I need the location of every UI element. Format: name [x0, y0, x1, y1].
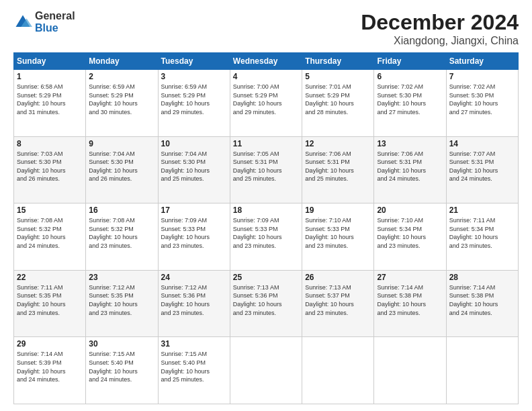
day-info: Sunrise: 7:12 AM Sunset: 5:35 PM Dayligh… [89, 283, 154, 317]
day-number: 14 [449, 139, 515, 148]
calendar-week-3: 15Sunrise: 7:08 AM Sunset: 5:32 PM Dayli… [14, 203, 519, 271]
day-number: 3 [161, 72, 227, 81]
day-info: Sunrise: 7:04 AM Sunset: 5:30 PM Dayligh… [161, 150, 227, 183]
logo-general-text: General [35, 10, 75, 22]
day-number: 20 [377, 205, 443, 215]
day-info: Sunrise: 7:06 AM Sunset: 5:31 PM Dayligh… [305, 150, 371, 183]
table-row: 30Sunrise: 7:15 AM Sunset: 5:40 PM Dayli… [86, 337, 158, 404]
table-row: 8Sunrise: 7:03 AM Sunset: 5:30 PM Daylig… [14, 136, 86, 203]
day-info: Sunrise: 7:10 AM Sunset: 5:33 PM Dayligh… [305, 216, 371, 250]
day-number: 1 [17, 72, 83, 81]
day-number: 23 [89, 273, 154, 282]
col-sunday: Sunday [14, 53, 86, 70]
table-row: 4Sunrise: 7:00 AM Sunset: 5:29 PM Daylig… [230, 70, 302, 137]
day-info: Sunrise: 7:15 AM Sunset: 5:40 PM Dayligh… [161, 350, 227, 383]
col-friday: Friday [374, 53, 446, 70]
logo-text: General Blue [35, 10, 75, 34]
header-row: Sunday Monday Tuesday Wednesday Thursday… [14, 53, 519, 70]
day-number: 7 [449, 72, 515, 81]
day-info: Sunrise: 7:02 AM Sunset: 5:30 PM Dayligh… [449, 83, 515, 116]
day-info: Sunrise: 7:11 AM Sunset: 5:34 PM Dayligh… [449, 216, 515, 250]
table-row: 29Sunrise: 7:14 AM Sunset: 5:39 PM Dayli… [14, 337, 86, 404]
location: Xiangdong, Jiangxi, China [361, 35, 519, 47]
day-info: Sunrise: 7:08 AM Sunset: 5:32 PM Dayligh… [17, 216, 83, 250]
day-info: Sunrise: 7:10 AM Sunset: 5:34 PM Dayligh… [377, 216, 443, 250]
table-row: 6Sunrise: 7:02 AM Sunset: 5:30 PM Daylig… [374, 70, 446, 137]
col-wednesday: Wednesday [230, 53, 302, 70]
day-info: Sunrise: 7:06 AM Sunset: 5:31 PM Dayligh… [377, 150, 443, 183]
day-number: 28 [449, 273, 515, 282]
day-info: Sunrise: 7:04 AM Sunset: 5:30 PM Dayligh… [89, 150, 154, 183]
page: General Blue December 2024 Xiangdong, Ji… [0, 0, 532, 411]
month-title: December 2024 [361, 10, 519, 35]
logo-blue-text: Blue [35, 22, 75, 34]
day-number: 25 [233, 273, 299, 282]
day-info: Sunrise: 7:02 AM Sunset: 5:30 PM Dayligh… [377, 83, 443, 116]
day-info: Sunrise: 7:01 AM Sunset: 5:29 PM Dayligh… [305, 83, 371, 116]
title-block: December 2024 Xiangdong, Jiangxi, China [361, 10, 519, 47]
table-row: 7Sunrise: 7:02 AM Sunset: 5:30 PM Daylig… [446, 70, 518, 137]
day-number: 5 [305, 72, 371, 81]
table-row: 16Sunrise: 7:08 AM Sunset: 5:32 PM Dayli… [86, 203, 158, 271]
table-row: 3Sunrise: 6:59 AM Sunset: 5:29 PM Daylig… [158, 70, 230, 137]
day-info: Sunrise: 7:09 AM Sunset: 5:33 PM Dayligh… [161, 216, 227, 250]
day-number: 27 [377, 273, 443, 282]
day-info: Sunrise: 7:08 AM Sunset: 5:32 PM Dayligh… [89, 216, 154, 250]
day-number: 19 [305, 205, 371, 215]
table-row: 20Sunrise: 7:10 AM Sunset: 5:34 PM Dayli… [374, 203, 446, 271]
table-row: 25Sunrise: 7:13 AM Sunset: 5:36 PM Dayli… [230, 270, 302, 337]
table-row: 2Sunrise: 6:59 AM Sunset: 5:29 PM Daylig… [86, 70, 158, 137]
day-info: Sunrise: 7:14 AM Sunset: 5:38 PM Dayligh… [449, 283, 515, 317]
day-number: 6 [377, 72, 443, 81]
day-info: Sunrise: 7:03 AM Sunset: 5:30 PM Dayligh… [17, 150, 83, 183]
table-row: 1Sunrise: 6:58 AM Sunset: 5:29 PM Daylig… [14, 70, 86, 137]
day-info: Sunrise: 7:07 AM Sunset: 5:31 PM Dayligh… [449, 150, 515, 183]
table-row: 23Sunrise: 7:12 AM Sunset: 5:35 PM Dayli… [86, 270, 158, 337]
day-info: Sunrise: 6:59 AM Sunset: 5:29 PM Dayligh… [161, 83, 227, 116]
calendar-week-2: 8Sunrise: 7:03 AM Sunset: 5:30 PM Daylig… [14, 136, 519, 203]
table-row: 31Sunrise: 7:15 AM Sunset: 5:40 PM Dayli… [158, 337, 230, 404]
calendar-table: Sunday Monday Tuesday Wednesday Thursday… [13, 52, 519, 404]
day-number: 9 [89, 139, 154, 148]
day-info: Sunrise: 7:13 AM Sunset: 5:36 PM Dayligh… [233, 283, 299, 317]
calendar-week-5: 29Sunrise: 7:14 AM Sunset: 5:39 PM Dayli… [14, 337, 519, 404]
table-row: 26Sunrise: 7:13 AM Sunset: 5:37 PM Dayli… [302, 270, 374, 337]
day-number: 30 [89, 339, 154, 349]
table-row: 10Sunrise: 7:04 AM Sunset: 5:30 PM Dayli… [158, 136, 230, 203]
day-number: 15 [17, 205, 83, 215]
table-row: 18Sunrise: 7:09 AM Sunset: 5:33 PM Dayli… [230, 203, 302, 271]
day-info: Sunrise: 7:14 AM Sunset: 5:38 PM Dayligh… [377, 283, 443, 317]
day-info: Sunrise: 7:15 AM Sunset: 5:40 PM Dayligh… [89, 350, 154, 383]
day-number: 29 [17, 339, 83, 349]
table-row: 9Sunrise: 7:04 AM Sunset: 5:30 PM Daylig… [86, 136, 158, 203]
day-number: 31 [161, 339, 227, 349]
day-number: 11 [233, 139, 299, 148]
day-number: 24 [161, 273, 227, 282]
day-info: Sunrise: 6:58 AM Sunset: 5:29 PM Dayligh… [17, 83, 83, 116]
day-number: 22 [17, 273, 83, 282]
day-number: 8 [17, 139, 83, 148]
day-number: 2 [89, 72, 154, 81]
day-number: 21 [449, 205, 515, 215]
table-row: 13Sunrise: 7:06 AM Sunset: 5:31 PM Dayli… [374, 136, 446, 203]
table-row: 12Sunrise: 7:06 AM Sunset: 5:31 PM Dayli… [302, 136, 374, 203]
day-number: 18 [233, 205, 299, 215]
table-row: 11Sunrise: 7:05 AM Sunset: 5:31 PM Dayli… [230, 136, 302, 203]
day-info: Sunrise: 7:14 AM Sunset: 5:39 PM Dayligh… [17, 350, 83, 383]
col-tuesday: Tuesday [158, 53, 230, 70]
table-row: 21Sunrise: 7:11 AM Sunset: 5:34 PM Dayli… [446, 203, 518, 271]
day-number: 16 [89, 205, 154, 215]
day-number: 26 [305, 273, 371, 282]
calendar-week-1: 1Sunrise: 6:58 AM Sunset: 5:29 PM Daylig… [14, 70, 519, 137]
day-info: Sunrise: 7:11 AM Sunset: 5:35 PM Dayligh… [17, 283, 83, 317]
day-number: 10 [161, 139, 227, 148]
day-info: Sunrise: 7:00 AM Sunset: 5:29 PM Dayligh… [233, 83, 299, 116]
table-row: 17Sunrise: 7:09 AM Sunset: 5:33 PM Dayli… [158, 203, 230, 271]
day-info: Sunrise: 7:12 AM Sunset: 5:36 PM Dayligh… [161, 283, 227, 317]
day-number: 4 [233, 72, 299, 81]
col-monday: Monday [86, 53, 158, 70]
logo: General Blue [13, 10, 75, 34]
day-number: 12 [305, 139, 371, 148]
day-info: Sunrise: 7:13 AM Sunset: 5:37 PM Dayligh… [305, 283, 371, 317]
table-row: 5Sunrise: 7:01 AM Sunset: 5:29 PM Daylig… [302, 70, 374, 137]
